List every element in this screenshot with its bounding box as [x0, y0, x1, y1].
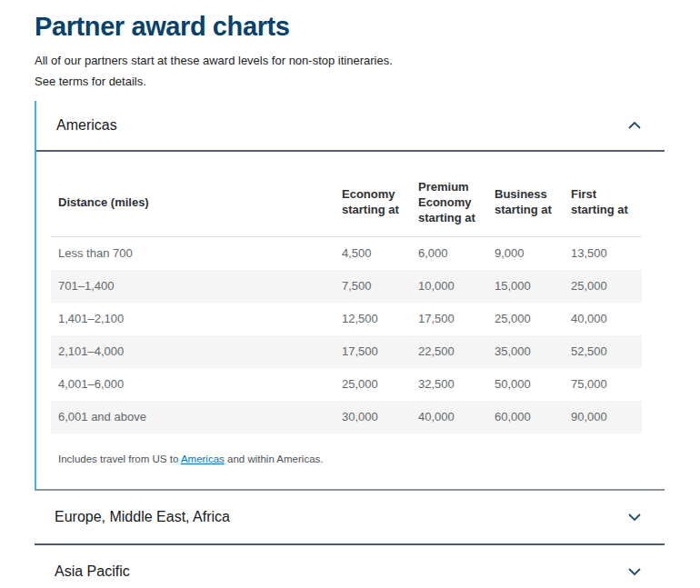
business-cell: 9,000 — [487, 236, 564, 270]
business-cell: 60,000 — [487, 401, 564, 434]
economy-cell: 30,000 — [335, 401, 411, 434]
accordion-section-americas: Americas Distance (miles) Economy st — [35, 101, 665, 491]
subtitle-line-2: See terms for details. — [35, 71, 665, 92]
premium-economy-cell: 10,000 — [411, 270, 487, 303]
americas-link[interactable]: Americas — [181, 453, 225, 464]
accordion-header-emea[interactable]: Europe, Middle East, Africa — [35, 491, 665, 545]
economy-cell: 4,500 — [335, 236, 411, 270]
accordion-header-asia-pacific[interactable]: Asia Pacific — [35, 545, 665, 588]
distance-cell: 2,101–4,000 — [51, 335, 335, 368]
column-header-first: First starting at — [564, 166, 642, 237]
column-header-premium-economy: Premium Economy starting at — [411, 166, 487, 237]
economy-cell: 17,500 — [335, 335, 411, 368]
accordion-label: Asia Pacific — [55, 563, 130, 580]
chevron-down-icon[interactable] — [628, 568, 641, 575]
chevron-down-icon[interactable] — [628, 513, 641, 521]
subtitle-line-1: All of our partners start at these award… — [35, 50, 665, 71]
award-table: Distance (miles) Economy starting at Pre… — [51, 166, 642, 434]
americas-panel: Distance (miles) Economy starting at Pre… — [36, 152, 665, 464]
table-row: 1,401–2,100 12,500 17,500 25,000 40,000 — [51, 303, 642, 335]
premium-economy-cell: 22,500 — [411, 335, 487, 368]
premium-economy-cell: 40,000 — [411, 401, 487, 434]
business-cell: 35,000 — [487, 335, 564, 368]
accordion-label: Americas — [56, 117, 117, 134]
economy-cell: 7,500 — [335, 270, 411, 303]
partner-award-charts-page: Partner award charts All of our partners… — [0, 0, 700, 588]
accordion-header-americas[interactable]: Americas — [36, 101, 665, 152]
page-title: Partner award charts — [35, 12, 665, 42]
premium-economy-cell: 32,500 — [411, 368, 487, 401]
table-row: 2,101–4,000 17,500 22,500 35,000 52,500 — [51, 335, 642, 368]
business-cell: 50,000 — [487, 368, 564, 401]
table-footnote: Includes travel from US to Americas and … — [58, 453, 642, 464]
distance-cell: 6,001 and above — [51, 401, 335, 434]
distance-cell: 1,401–2,100 — [51, 303, 335, 335]
accordion-label: Europe, Middle East, Africa — [55, 509, 230, 525]
footnote-prefix: Includes travel from US to — [58, 453, 181, 464]
first-cell: 40,000 — [564, 303, 642, 335]
column-header-distance: Distance (miles) — [51, 166, 335, 237]
first-cell: 13,500 — [564, 236, 642, 270]
table-row: 4,001–6,000 25,000 32,500 50,000 75,000 — [51, 368, 642, 401]
first-cell: 25,000 — [564, 270, 642, 303]
business-cell: 25,000 — [487, 303, 564, 335]
table-header-row: Distance (miles) Economy starting at Pre… — [51, 166, 642, 237]
first-cell: 75,000 — [564, 368, 642, 401]
business-cell: 15,000 — [487, 270, 564, 303]
column-header-business: Business starting at — [487, 166, 564, 237]
first-cell: 52,500 — [564, 335, 642, 368]
table-row: Less than 700 4,500 6,000 9,000 13,500 — [51, 236, 642, 270]
footnote-suffix: and within Americas. — [225, 453, 324, 464]
column-header-economy: Economy starting at — [335, 166, 411, 237]
distance-cell: 701–1,400 — [51, 270, 335, 303]
economy-cell: 12,500 — [335, 303, 411, 335]
page-subtitle: All of our partners start at these award… — [35, 50, 665, 93]
distance-cell: 4,001–6,000 — [51, 368, 335, 401]
accordion-section-asia-pacific: Asia Pacific — [35, 545, 665, 588]
first-cell: 90,000 — [564, 401, 642, 434]
chevron-up-icon[interactable] — [628, 122, 641, 129]
table-row: 6,001 and above 30,000 40,000 60,000 90,… — [51, 401, 642, 434]
table-row: 701–1,400 7,500 10,000 15,000 25,000 — [51, 270, 642, 303]
premium-economy-cell: 6,000 — [411, 236, 487, 270]
economy-cell: 25,000 — [335, 368, 411, 401]
region-accordion: Americas Distance (miles) Economy st — [35, 101, 665, 588]
accordion-section-emea: Europe, Middle East, Africa — [35, 491, 665, 545]
distance-cell: Less than 700 — [51, 236, 335, 270]
premium-economy-cell: 17,500 — [411, 303, 487, 335]
